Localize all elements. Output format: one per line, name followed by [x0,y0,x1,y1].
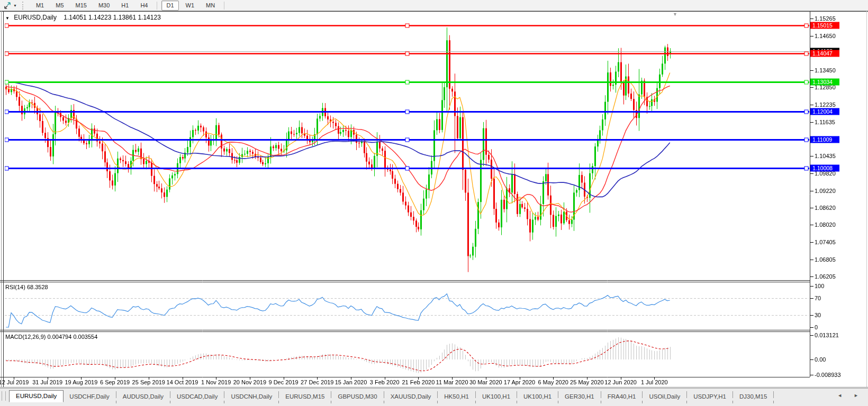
tf-button-W1[interactable]: W1 [181,1,200,11]
price-tick-label: 1.12235 [815,102,836,108]
tab-separator [475,391,476,398]
tab-eurusd-daily[interactable]: EURUSD,Daily [9,390,64,402]
toolbar-grip[interactable] [22,2,26,10]
tf-button-M1[interactable]: M1 [31,1,49,11]
price-line-badge: 1.11009 [810,136,839,143]
price-axis[interactable]: 1.152651.146501.134501.128501.122351.116… [810,11,868,377]
price-tick-label: 1.09220 [815,188,836,194]
tab-separator [224,391,224,398]
rsi-indicator-label: RSI(14) 68.3528 [5,284,48,290]
tab-gbpusd-m30[interactable]: GBPUSD,M30 [332,392,383,402]
tab-audusd-daily[interactable]: AUDUSD,Daily [117,392,169,402]
date-tick-label: 11 Mar 2020 [436,379,468,385]
tab-separator [278,391,279,398]
price-tick-label: 1.08020 [815,222,836,228]
tf-button-M30[interactable]: M30 [94,1,114,11]
tf-button-D1[interactable]: D1 [161,1,178,11]
date-tick-label: 9 Dec 2019 [268,379,298,385]
mt4-application: ▼ M1M5M15M30H1H4D1W1MN ▼ EURUSD,Daily 1.… [0,0,868,406]
price-tick-label: 1.06205 [815,273,836,280]
rsi-tick-label: 30 [815,312,821,318]
tab-scroll-right-icon[interactable]: ► [854,393,858,398]
date-tick-label: 21 Feb 2020 [402,379,435,385]
tf-button-MN[interactable]: MN [201,1,220,11]
date-tick-label: 3 Feb 2020 [370,379,400,385]
tab-separator [384,391,384,398]
tab-usoil-daily[interactable]: USOil,Daily [643,392,686,402]
tab-dj30-m15[interactable]: DJ30,M15 [734,392,773,402]
price-tick-label: 1.06805 [815,256,836,263]
tab-eurusd-m15[interactable]: EURUSD,M15 [279,392,330,402]
tf-button-H4[interactable]: H4 [135,1,152,11]
date-tick-label: 6 Sep 2019 [100,379,130,385]
tf-button-M15[interactable]: M15 [71,1,92,11]
timeframe-buttons: M1M5M15M30H1H4D1W1MN [30,1,228,11]
chart-title-caret-icon[interactable]: ▼ [5,16,10,21]
chart-title: ▼ EURUSD,Daily 1.14051 1.14223 1.13861 1… [5,14,161,21]
chart-window: ▼ EURUSD,Daily 1.14051 1.14223 1.13861 1… [0,11,868,388]
tab-separator [437,391,438,398]
tab-separator [642,391,643,398]
chart-title-symbol: EURUSD,Daily [14,14,57,21]
tab-uk100-h1[interactable]: UK100,H1 [476,392,516,402]
price-line-badge: 1.15015 [810,22,839,29]
tab-separator [733,391,733,398]
macd-tick-label: -0.008933 [815,372,841,378]
tab-separator [773,391,774,398]
chevron-down-icon[interactable]: ▼ [13,4,17,7]
date-tick-label: 17 Apr 2020 [504,379,535,385]
tab-usdcnh-daily[interactable]: USDCNH,Daily [225,392,278,402]
date-tick-label: 30 Mar 2020 [469,379,502,385]
tab-usdjpy-h1[interactable]: USDJPY,H1 [688,392,732,402]
chart-shift-marker-icon[interactable]: ▼ [673,12,677,17]
tf-button-M5[interactable]: M5 [51,1,68,11]
date-tick-label: 6 May 2020 [538,379,568,385]
tab-separator [116,391,116,398]
timeframe-toolbar: ▼ M1M5M15M30H1H4D1W1MN [0,0,868,11]
tab-fra40-h1[interactable]: FRA40,H1 [602,392,642,402]
date-tick-label: 1 Nov 2019 [201,379,231,385]
date-tick-label: 15 Jan 2020 [335,379,367,385]
date-tick-label: 20 Nov 2019 [233,379,266,385]
rsi-tick-label: 0 [815,324,818,330]
tab-usdchf-daily[interactable]: USDCHF,Daily [64,392,115,402]
tab-scroll-left-icon[interactable]: ◄ [837,393,842,398]
date-tick-label: 14 Oct 2019 [167,379,198,385]
rsi-tick-label: 100 [815,283,824,289]
toolbar-divider [224,2,224,10]
price-tick-label: 1.10435 [815,153,836,159]
tab-separator [601,391,601,398]
tab-uk100-h1[interactable]: UK100,H1 [518,392,557,402]
tab-separator [170,391,170,398]
chart-title-ohlc: 1.14051 1.14223 1.13861 1.14123 [64,14,161,21]
tab-separator [686,391,687,398]
price-line-badge: 1.10008 [810,165,839,172]
date-tick-label: 31 Jul 2019 [32,379,62,385]
rsi-tick-label: 70 [815,295,821,301]
macd-tick-label: 0.00 [815,356,826,363]
tab-ger30-h1[interactable]: GER30,H1 [559,392,600,402]
chart-tabs: EURUSD,DailyUSDCHF,DailyAUDUSD,DailyUSDC… [9,390,774,402]
tf-button-H1[interactable]: H1 [116,1,133,11]
date-tick-label: 25 Sep 2019 [132,379,165,385]
macd-indicator-label: MACD(12,26,9) 0.004794 0.003554 [5,334,97,340]
charts-toolbar-icon[interactable] [2,1,13,10]
price-tick-label: 1.07405 [815,239,836,245]
tab-separator [331,391,331,398]
date-tick-label: 27 Dec 2019 [301,379,333,385]
tab-separator [517,391,517,398]
date-axis[interactable]: 12 Jul 201931 Jul 201919 Aug 20196 Sep 2… [0,377,810,388]
price-tick-label: 1.08620 [815,205,836,211]
date-tick-label: 12 Jul 2019 [0,379,29,385]
price-chart-canvas[interactable] [0,11,868,388]
price-line-badge: 1.13034 [810,79,839,86]
price-line-badge: 1.14047 [810,50,839,57]
tab-hk50-h1[interactable]: HK50,H1 [438,392,475,402]
tabbar-grip[interactable] [2,391,6,401]
tab-usdcad-daily[interactable]: USDCAD,Daily [171,392,223,402]
tab-separator [558,391,558,398]
tab-scroll-arrows: ◄ ► [837,393,858,398]
tab-xauusd-daily[interactable]: XAUUSD,Daily [385,392,437,402]
date-tick-label: 19 Aug 2019 [65,379,97,385]
price-line-badge: 1.12004 [810,108,839,115]
